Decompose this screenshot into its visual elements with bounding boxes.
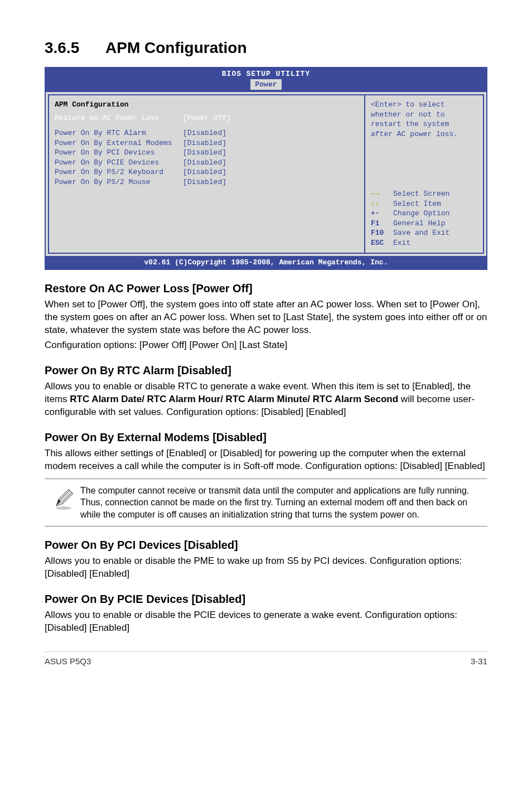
bios-panel-title: APM Configuration: [55, 100, 359, 110]
paragraph: This allows either settings of [Enabled]…: [45, 447, 487, 473]
subheading-pcie-devices: Power On By PCIE Devices [Disabled]: [45, 593, 487, 606]
bios-help-line: <Enter> to select: [371, 100, 477, 110]
paragraph: When set to [Power Off], the system goes…: [45, 298, 487, 337]
note-text: The computer cannot receive or transmit …: [80, 485, 485, 521]
bios-row-value: [Disabled]: [183, 128, 226, 138]
bios-row-value: [Disabled]: [183, 138, 226, 148]
bios-row: Power On By RTC Alarm [Disabled]: [55, 128, 359, 138]
footer-left: ASUS P5Q3: [45, 656, 91, 666]
bios-screenshot: BIOS SETUP UTILITY Power APM Configurati…: [45, 67, 487, 270]
paragraph: Configuration options: [Power Off] [Powe…: [45, 339, 487, 352]
bios-tab-row: Power: [46, 79, 486, 91]
bios-row: Power On By External Modems [Disabled]: [55, 138, 359, 148]
section-heading: 3.6.5 APM Configuration: [45, 39, 487, 57]
bios-help-text: <Enter> to select whether or not to rest…: [371, 100, 477, 139]
bios-footer: v02.61 (C)Copyright 1985-2008, American …: [46, 256, 486, 269]
bios-row-label: Power On By PS/2 Mouse: [55, 177, 183, 187]
bios-row: Power On By PCIE Devices [Disabled]: [55, 158, 359, 168]
footer-right: 3-31: [471, 656, 487, 666]
bios-row-label: Restore on AC Power Loss: [55, 113, 183, 123]
subheading-external-modems: Power On By External Modems [Disabled]: [45, 431, 487, 444]
bios-row-restore: Restore on AC Power Loss [Power Off]: [55, 113, 359, 123]
bios-row-label: Power On By PS/2 Keyboard: [55, 167, 183, 177]
note-callout: The computer cannot receive or transmit …: [45, 479, 487, 527]
legend-key: +-: [371, 209, 393, 219]
paragraph: Allows you to enable or disable the PCIE…: [45, 609, 487, 635]
bios-row-label: Power On By External Modems: [55, 138, 183, 148]
bold-text: RTC Alarm Date/ RTC Alarm Hour/ RTC Alar…: [70, 394, 398, 404]
legend-text: Change Option: [393, 209, 449, 219]
bios-row-label: Power On By PCI Devices: [55, 148, 183, 158]
bios-row-value: [Disabled]: [183, 148, 226, 158]
bios-tab-power: Power: [250, 79, 281, 90]
bios-row: Power On By PS/2 Keyboard [Disabled]: [55, 167, 359, 177]
bios-help-line: after AC power loss.: [371, 129, 477, 139]
bios-row-value: [Power Off]: [183, 113, 231, 123]
legend-key: ←→: [371, 189, 393, 199]
legend-key: ESC: [371, 238, 393, 248]
svg-point-0: [56, 506, 71, 510]
section-number: 3.6.5: [45, 39, 79, 57]
legend-key: F1: [371, 219, 393, 229]
legend-text: Save and Exit: [393, 228, 449, 238]
legend-text: Exit: [393, 238, 410, 248]
bios-row-label: Power On By RTC Alarm: [55, 128, 183, 138]
section-title-text: APM Configuration: [105, 39, 247, 56]
bios-row: Power On By PS/2 Mouse [Disabled]: [55, 177, 359, 187]
bios-row: Power On By PCI Devices [Disabled]: [55, 148, 359, 158]
bios-header: BIOS SETUP UTILITY: [46, 68, 486, 79]
legend-key: F10: [371, 228, 393, 238]
bios-left-panel: APM Configuration Restore on AC Power Lo…: [48, 94, 364, 253]
subheading-restore-ac: Restore On AC Power Loss [Power Off]: [45, 282, 487, 295]
paragraph: Allows you to enable or disable the PME …: [45, 555, 487, 581]
pencil-icon: [47, 485, 80, 513]
page-footer: ASUS P5Q3 3-31: [45, 651, 487, 666]
bios-help-line: whether or not to: [371, 110, 477, 120]
bios-row-value: [Disabled]: [183, 167, 226, 177]
bios-right-panel: <Enter> to select whether or not to rest…: [364, 94, 484, 253]
paragraph: Allows you to enable or disable RTC to g…: [45, 380, 487, 419]
bios-row-value: [Disabled]: [183, 158, 226, 168]
legend-text: Select Item: [393, 199, 441, 209]
legend-text: General Help: [393, 219, 446, 229]
subheading-rtc-alarm: Power On By RTC Alarm [Disabled]: [45, 364, 487, 377]
subheading-pci-devices: Power On By PCI Devices [Disabled]: [45, 539, 487, 552]
bios-help-line: restart the system: [371, 119, 477, 129]
legend-text: Select Screen: [393, 189, 449, 199]
legend-key: ↑↓: [371, 199, 393, 209]
bios-row-label: Power On By PCIE Devices: [55, 158, 183, 168]
bios-row-value: [Disabled]: [183, 177, 226, 187]
bios-legend: ←→Select Screen ↑↓Select Item +-Change O…: [371, 189, 477, 248]
